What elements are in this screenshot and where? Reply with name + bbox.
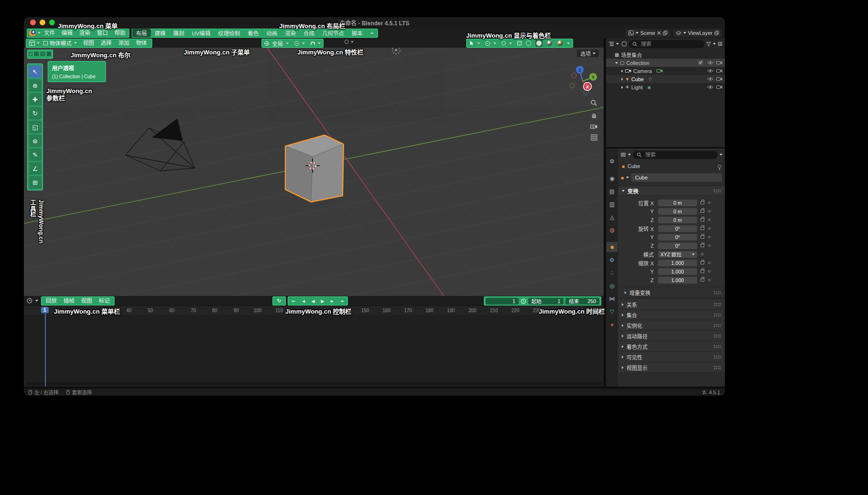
transform-panel-header[interactable]: 变换 bbox=[618, 186, 725, 196]
viewport-menu-item[interactable]: 物体 bbox=[133, 39, 150, 47]
timeline-menu-item[interactable]: 标记 bbox=[95, 297, 113, 305]
lock-icon[interactable] bbox=[701, 201, 704, 204]
new-collection-icon[interactable]: ⊞ bbox=[718, 41, 722, 47]
close-window-button[interactable] bbox=[30, 20, 36, 25]
animate-dot-icon[interactable] bbox=[701, 253, 703, 255]
workspace-tab[interactable]: 建模 bbox=[151, 29, 169, 37]
display-mode-icon[interactable] bbox=[622, 42, 627, 46]
delta-transform-subpanel[interactable]: 增量变换 bbox=[618, 287, 725, 298]
menubar-item[interactable]: 帮助 bbox=[111, 29, 129, 37]
scene-tab[interactable]: ◬ bbox=[607, 212, 617, 222]
frame-end-field[interactable]: 结束250 bbox=[565, 298, 599, 305]
lock-icon[interactable] bbox=[701, 278, 704, 282]
play-button[interactable]: ▶ bbox=[318, 297, 327, 305]
animate-dot-icon[interactable] bbox=[708, 227, 711, 230]
cursor-tool[interactable]: ⊕ bbox=[29, 79, 42, 92]
timeline-menu-item[interactable]: 回放 bbox=[42, 297, 60, 305]
tool-tab[interactable]: ⚙ bbox=[607, 156, 617, 166]
select-box-tool[interactable]: ↖ bbox=[29, 65, 42, 78]
chevron-right-icon[interactable] bbox=[621, 70, 623, 73]
panel-grip-icon[interactable] bbox=[713, 189, 721, 193]
transform-tool[interactable]: ⊛ bbox=[29, 135, 42, 147]
move-tool[interactable]: ✚ bbox=[29, 93, 42, 105]
outliner-row[interactable]: ☀Light◉ bbox=[606, 83, 725, 91]
show-overlays-icon[interactable] bbox=[502, 41, 506, 45]
lock-icon[interactable] bbox=[701, 270, 704, 273]
properties-editor-type-icon[interactable] bbox=[620, 152, 626, 157]
output-tab[interactable]: ▤ bbox=[607, 186, 617, 196]
viewport-3d[interactable]: 物体模式 视图选择添加物体 全局 bbox=[24, 38, 604, 296]
chevron-right-icon[interactable] bbox=[621, 78, 623, 81]
lock-icon[interactable] bbox=[701, 218, 704, 221]
constraints-tab[interactable]: ⋈ bbox=[607, 294, 617, 304]
selectability-pointer-icon[interactable] bbox=[470, 41, 474, 46]
scene-selector[interactable]: Scene bbox=[626, 29, 670, 37]
camera-view-icon[interactable] bbox=[590, 124, 597, 129]
panel-grip-icon[interactable] bbox=[713, 291, 721, 295]
gizmo-minus-y-ball[interactable] bbox=[570, 83, 575, 88]
chevron-right-icon[interactable] bbox=[621, 86, 623, 89]
jump-to-start-button[interactable]: ⇤ bbox=[290, 297, 298, 305]
prev-keyframe-button[interactable]: ◄ bbox=[299, 297, 308, 305]
jump-to-end-button[interactable]: ⇥ bbox=[337, 297, 346, 305]
workspace-tab[interactable]: 动画 bbox=[262, 29, 281, 37]
render-tab[interactable]: ◉ bbox=[607, 173, 617, 183]
zoom-window-button[interactable] bbox=[49, 20, 55, 25]
select-mode-extend-icon[interactable]: ⊞ bbox=[34, 51, 39, 58]
sync-toggle[interactable]: ↻ bbox=[272, 296, 286, 305]
animate-dot-icon[interactable] bbox=[708, 262, 711, 264]
menubar-item[interactable]: 文件 bbox=[41, 29, 58, 37]
workspace-tab[interactable]: 着色 bbox=[244, 29, 262, 37]
lock-icon[interactable] bbox=[701, 210, 704, 213]
frame-start-field[interactable]: 起始1 bbox=[528, 298, 564, 305]
toggle-ortho-grid-icon[interactable] bbox=[591, 134, 597, 141]
editor-type-clock-icon[interactable] bbox=[27, 298, 32, 304]
transform-orientation-dropdown[interactable]: 全局 bbox=[272, 40, 283, 47]
workspace-tab[interactable]: 纹理绘制 bbox=[214, 29, 244, 37]
blender-logo-icon[interactable] bbox=[27, 30, 38, 36]
modifiers-tab[interactable]: ⚙ bbox=[607, 255, 617, 265]
hide-in-viewport-toggle[interactable] bbox=[707, 61, 713, 65]
viewport-menu-item[interactable]: 视图 bbox=[80, 39, 97, 47]
value-field[interactable]: 0° bbox=[658, 225, 697, 232]
panel-header-collapsed[interactable]: 运动路径 bbox=[618, 331, 725, 341]
animate-dot-icon[interactable] bbox=[708, 219, 711, 221]
panel-header-collapsed[interactable]: 关系 bbox=[618, 299, 725, 310]
animate-dot-icon[interactable] bbox=[708, 210, 711, 212]
outliner-row[interactable]: ▼Cube▽ bbox=[606, 75, 725, 83]
panel-header-collapsed[interactable]: 视图显示 bbox=[618, 362, 725, 373]
value-field[interactable]: 1.000 bbox=[658, 277, 697, 284]
lock-icon[interactable] bbox=[701, 227, 704, 230]
physics-tab[interactable]: ◎ bbox=[607, 281, 617, 291]
shading-rendered-button[interactable] bbox=[556, 40, 564, 47]
panel-grip-icon[interactable] bbox=[713, 303, 721, 306]
value-field[interactable]: 1.000 bbox=[658, 260, 697, 266]
panel-grip-icon[interactable] bbox=[713, 355, 721, 359]
disable-in-renders-toggle[interactable] bbox=[716, 77, 722, 81]
value-field[interactable]: 0 m bbox=[658, 208, 697, 215]
workspace-tab[interactable]: 雕刻 bbox=[169, 29, 188, 37]
view-layer-tab[interactable]: ▥ bbox=[607, 199, 617, 209]
panel-header-collapsed[interactable]: 可见性 bbox=[618, 352, 725, 362]
menubar-item[interactable]: 渲染 bbox=[76, 29, 94, 37]
annotate-tool[interactable]: ✎ bbox=[29, 148, 42, 161]
animate-dot-icon[interactable] bbox=[708, 270, 711, 273]
unlink-icon[interactable] bbox=[657, 31, 661, 35]
gizmo-minus-x-ball[interactable] bbox=[572, 73, 577, 78]
value-field[interactable]: 0° bbox=[658, 234, 697, 241]
hide-in-viewport-toggle[interactable] bbox=[707, 77, 713, 81]
select-mode-set-icon[interactable]: □ bbox=[29, 51, 32, 58]
chevron-down-icon[interactable] bbox=[615, 62, 618, 64]
filter-funnel-icon[interactable] bbox=[706, 42, 711, 46]
hide-in-viewport-toggle[interactable] bbox=[707, 85, 713, 89]
play-reverse-button[interactable]: ◀ bbox=[309, 297, 317, 305]
copy-icon[interactable] bbox=[663, 31, 668, 35]
panel-header-collapsed[interactable]: 实例化 bbox=[618, 320, 725, 331]
pin-icon[interactable] bbox=[718, 165, 721, 168]
timeline-body[interactable] bbox=[24, 315, 604, 387]
proportional-editing-icon[interactable] bbox=[345, 40, 349, 44]
value-field[interactable]: 0° bbox=[658, 242, 697, 249]
editor-type-icon[interactable] bbox=[28, 41, 36, 46]
timeline-menu-item[interactable]: 插帧 bbox=[60, 297, 78, 305]
object-name-field[interactable]: Cube bbox=[631, 173, 722, 182]
